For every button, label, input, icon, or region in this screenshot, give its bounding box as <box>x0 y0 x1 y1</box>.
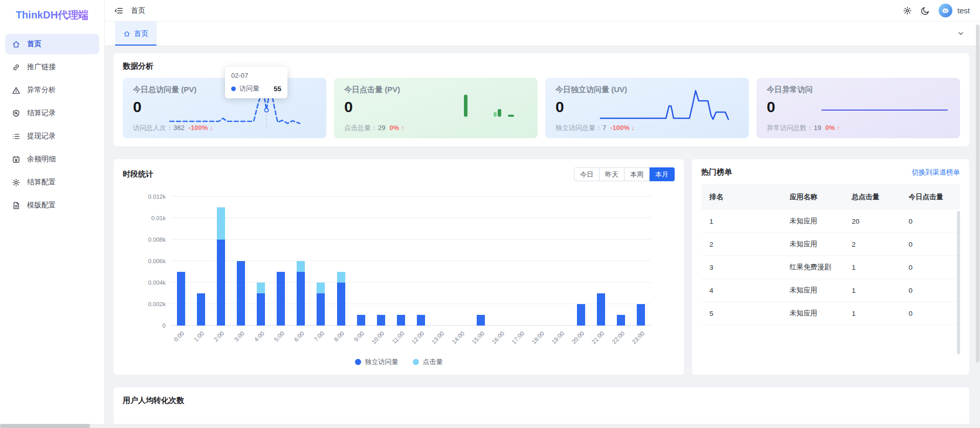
stacked-bar <box>377 315 385 326</box>
stacked-bar <box>277 272 285 326</box>
bar-slot[interactable]: 14:00 <box>451 197 471 326</box>
table-cell: 4 <box>701 287 782 294</box>
range-button-this-month[interactable]: 本月 <box>650 167 675 181</box>
stacked-bar <box>197 293 205 326</box>
range-button-this-week[interactable]: 本周 <box>625 167 650 181</box>
stacked-bar <box>237 261 245 326</box>
stacked-bar <box>577 304 585 326</box>
bar-slot[interactable]: 12:00 <box>411 197 431 326</box>
bar-slot[interactable]: 13:00 <box>431 197 451 326</box>
horizontal-scrollbar-thumb[interactable] <box>0 424 90 428</box>
sidebar-item-promotion-link[interactable]: 推广链接 <box>5 57 99 77</box>
chevron-down-icon[interactable] <box>957 30 965 37</box>
bar-slot[interactable]: 7:00 <box>311 197 331 326</box>
stacked-bar <box>397 315 405 326</box>
bar-slot[interactable]: 0:00 <box>171 197 191 326</box>
bar-slot[interactable]: 22:00 <box>611 197 631 326</box>
stacked-bar <box>477 315 485 326</box>
chart-y-tick: 0.012k <box>148 194 166 200</box>
bar-segment <box>277 272 285 326</box>
chart-x-tick: 13:00 <box>431 330 446 345</box>
stat-card-title: 今日异常访问 <box>767 85 950 95</box>
conversion-panel: 用户人均转化次数 12 <box>114 388 969 428</box>
stacked-bar <box>217 207 225 326</box>
table-row: 3红果免费漫剧10 <box>701 256 960 279</box>
stacked-bar <box>177 272 185 326</box>
range-button-yesterday[interactable]: 昨天 <box>599 167 625 181</box>
table-column-header: 排名 <box>701 192 782 202</box>
page-vertical-scrollbar[interactable] <box>976 25 979 362</box>
bar-slot[interactable]: 20:00 <box>571 197 591 326</box>
chart-x-tick: 1:00 <box>193 330 205 343</box>
username[interactable]: test <box>957 6 970 15</box>
stacked-bar <box>597 293 605 326</box>
table-cell: 2 <box>843 241 900 248</box>
table-cell: 0 <box>901 241 960 248</box>
bar-slot[interactable]: 10:00 <box>371 197 391 326</box>
chart-x-tick: 22:00 <box>611 330 626 345</box>
chart-x-tick: 16:00 <box>491 330 505 345</box>
chart-x-tick: 23:00 <box>631 330 645 345</box>
sidebar-item-template-config[interactable]: 模版配置 <box>5 195 99 216</box>
table-scrollbar-thumb[interactable] <box>957 211 960 354</box>
bar-slot[interactable]: 5:00 <box>271 197 291 326</box>
ranking-table-body: 1未知应用2002未知应用203红果免费漫剧104未知应用105未知应用10 <box>701 210 960 325</box>
sidebar-item-label: 余额明细 <box>27 155 56 164</box>
legend-item[interactable]: 独立访问量 <box>355 357 398 367</box>
table-cell: 3 <box>701 264 782 271</box>
stat-change: 0% ↑ <box>825 124 840 132</box>
sidebar-item-label: 模版配置 <box>27 201 56 210</box>
sidebar: ThinkDH代理端 首页推广链接异常分析结算记录提现记录余额明细结算配置模版配… <box>0 0 105 428</box>
bar-slot[interactable]: 11:00 <box>391 197 411 326</box>
bar-slot[interactable]: 8:00 <box>331 197 351 326</box>
sidebar-item-settlement-record[interactable]: 结算记录 <box>5 103 99 123</box>
bar-slot[interactable]: 21:00 <box>591 197 611 326</box>
legend-item[interactable]: 点击量 <box>413 357 443 367</box>
stacked-bar <box>297 261 305 326</box>
bar-slot[interactable]: 4:00 <box>251 197 271 326</box>
page-horizontal-scrollbar[interactable] <box>0 424 980 428</box>
chart-x-tick: 4:00 <box>253 330 265 343</box>
sidebar-item-withdrawal-record[interactable]: 提现记录 <box>5 126 99 146</box>
series-dot-icon <box>231 87 236 91</box>
bar-segment <box>197 293 205 326</box>
sidebar-item-anomaly-analysis[interactable]: 异常分析 <box>5 80 99 100</box>
bar-slot[interactable]: 18:00 <box>531 197 551 326</box>
user-avatar[interactable] <box>939 4 952 17</box>
chart-x-tick: 6:00 <box>293 330 305 343</box>
bar-slot[interactable]: 19:00 <box>551 197 571 326</box>
content-area: 数据分析 02-07 访问量 55 今日总访问量 (PV)0 访问总人次：362… <box>105 46 980 428</box>
ranking-table: 排名应用名称总点击量今日点击量 1未知应用2002未知应用203红果免费漫剧10… <box>701 184 960 325</box>
breadcrumb[interactable]: 首页 <box>131 6 145 15</box>
time-stats-title: 时段统计 <box>123 169 153 179</box>
bar-slot[interactable]: 16:00 <box>491 197 511 326</box>
bar-slot[interactable]: 1:00 <box>191 197 211 326</box>
tab-home[interactable]: 首页 <box>115 22 157 46</box>
switch-ranking-link[interactable]: 切换到渠道榜单 <box>912 168 961 177</box>
bar-slot[interactable]: 3:00 <box>231 197 251 326</box>
bar-segment <box>597 293 605 326</box>
stat-sub-label: 独立访问总量： <box>555 124 602 132</box>
ranking-panel: 热门榜单 切换到渠道榜单 排名应用名称总点击量今日点击量 1未知应用2002未知… <box>692 159 969 375</box>
bar-slot[interactable]: 15:00 <box>471 197 491 326</box>
bar-slot[interactable]: 9:00 <box>351 197 371 326</box>
template-icon <box>12 201 20 210</box>
sidebar-item-settlement-config[interactable]: 结算配置 <box>5 172 99 192</box>
table-cell: 0 <box>901 264 960 271</box>
sidebar-item-home[interactable]: 首页 <box>5 34 99 54</box>
table-column-header: 应用名称 <box>782 192 843 202</box>
chart-x-tick: 17:00 <box>510 330 525 345</box>
sidebar-item-balance-detail[interactable]: 余额明细 <box>5 149 99 169</box>
dark-mode-moon-icon[interactable] <box>921 6 930 15</box>
bar-slot[interactable]: 2:00 <box>211 197 231 326</box>
stat-sub-label: 访问总人次： <box>133 124 173 132</box>
bar-slot[interactable]: 6:00 <box>291 197 311 326</box>
settings-gear-icon[interactable] <box>903 6 912 15</box>
table-cell: 未知应用 <box>782 309 843 318</box>
bar-segment <box>337 272 345 283</box>
menu-fold-icon[interactable] <box>114 6 123 15</box>
bar-slot[interactable]: 23:00 <box>631 197 651 326</box>
range-button-today[interactable]: 今日 <box>574 167 599 181</box>
bar-segment <box>297 261 305 272</box>
bar-slot[interactable]: 17:00 <box>511 197 531 326</box>
